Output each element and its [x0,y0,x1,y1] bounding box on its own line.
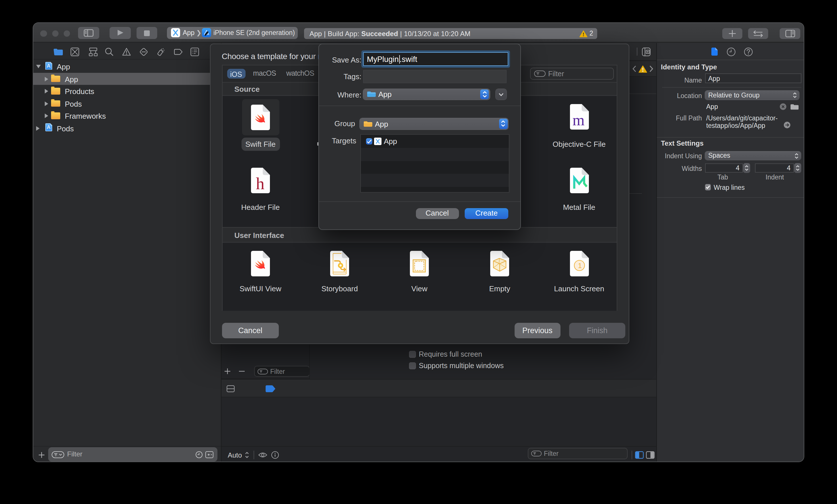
svg-text:1: 1 [578,262,582,269]
svg-text:h: h [255,174,264,193]
svg-text:m: m [572,111,584,129]
